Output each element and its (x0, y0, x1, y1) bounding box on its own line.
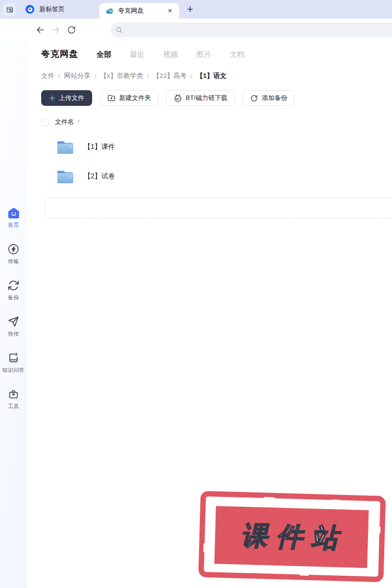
upload-dropzone[interactable] (45, 197, 392, 219)
breadcrumb-separator: / (191, 73, 193, 80)
breadcrumb-separator: / (147, 73, 149, 80)
add-backup-button[interactable]: 添加备份 (243, 90, 294, 106)
screen: 新标签页 夸克网盘 (0, 0, 392, 588)
browser-tab-newtab[interactable]: 新标签页 (18, 0, 73, 19)
file-name: 【2】试卷 (84, 172, 115, 181)
newtab-favicon (25, 5, 34, 14)
sidebar-item-label: 备份 (8, 294, 19, 301)
plus-icon (49, 95, 55, 101)
breadcrumb-current: 【1】语文 (196, 72, 227, 80)
filter-tabs: 全部 最近 视频 图片 文档 (97, 50, 245, 59)
breadcrumb-item[interactable]: 【x】非教学类 (100, 72, 144, 80)
sidebar-item-label: 快传 (8, 330, 19, 338)
knowledge-qa-icon (7, 352, 20, 364)
table-row[interactable]: 【1】课件 (41, 132, 392, 162)
sidebar: 首页 传输 备份 (0, 41, 27, 588)
browser-tab-bar: 新标签页 夸克网盘 (0, 0, 392, 19)
sidebar-item-backup[interactable]: 备份 (0, 279, 27, 302)
sidebar-item-label: 工具 (8, 403, 19, 410)
transfer-icon (7, 243, 20, 255)
header-row: 夸克网盘 全部 最近 视频 图片 文档 (41, 48, 392, 60)
toolbox-icon (7, 388, 20, 400)
forward-icon[interactable] (50, 24, 62, 36)
tab-recent[interactable]: 最近 (130, 50, 145, 59)
folder-icon (56, 169, 74, 184)
browser-toolbar (0, 19, 392, 41)
tab-video[interactable]: 视频 (163, 50, 178, 59)
new-folder-icon (107, 94, 116, 102)
select-all-checkbox[interactable] (41, 119, 49, 126)
breadcrumb-item[interactable]: 【22】高考 (153, 72, 187, 80)
tab-search-button[interactable] (3, 3, 16, 16)
sidebar-item-transfer[interactable]: 传输 (0, 243, 27, 266)
file-list-header: 文件名 (41, 118, 392, 126)
sidebar-item-quick-send[interactable]: 快传 (0, 316, 27, 338)
bt-icon: BT (173, 94, 182, 102)
sidebar-item-tools[interactable]: 工具 (0, 388, 27, 411)
new-tab-button[interactable]: + (182, 1, 198, 17)
tab-search-icon (6, 6, 14, 14)
sidebar-item-knowledge-qa[interactable]: 知识问答 (0, 352, 27, 374)
reload-icon[interactable] (66, 24, 77, 36)
table-row[interactable]: 【2】试卷 (41, 162, 392, 191)
tab-document[interactable]: 文档 (230, 50, 245, 59)
breadcrumb: 文件 / 网站分享 / 【x】非教学类 / 【22】高考 / 【1】语文 (41, 72, 392, 80)
action-buttons: 上传文件 新建文件夹 BT (41, 90, 392, 106)
file-list: 【1】课件 【2】试卷 (41, 132, 392, 191)
main-content: 夸克网盘 全部 最近 视频 图片 文档 文件 / 网站分享 / 【x】非教学类 … (27, 41, 392, 588)
page-title: 夸克网盘 (41, 48, 78, 60)
breadcrumb-separator: / (95, 73, 97, 80)
quark-cloud-favicon (105, 7, 114, 15)
address-bar[interactable] (110, 23, 392, 37)
sidebar-item-label: 传输 (8, 258, 19, 265)
tab-image[interactable]: 图片 (196, 50, 211, 59)
sidebar-item-label: 首页 (8, 221, 19, 229)
breadcrumb-item[interactable]: 网站分享 (64, 72, 91, 80)
folder-icon (56, 140, 74, 155)
backup-refresh-icon (250, 94, 258, 102)
tab-close-icon[interactable]: ✕ (167, 7, 173, 15)
search-icon (115, 26, 123, 34)
new-folder-button[interactable]: 新建文件夹 (100, 90, 158, 106)
sidebar-item-label: 知识问答 (2, 367, 25, 374)
tab-label: 新标签页 (39, 5, 65, 14)
sort-icon[interactable] (76, 119, 81, 125)
tab-all[interactable]: 全部 (97, 50, 111, 59)
backup-icon (7, 279, 20, 292)
tab-label: 夸克网盘 (118, 6, 163, 15)
bt-magnet-download-button[interactable]: BT BT/磁力链下载 (166, 90, 235, 106)
home-icon (7, 207, 20, 219)
column-filename: 文件名 (55, 118, 74, 126)
file-name: 【1】课件 (84, 143, 115, 151)
breadcrumb-item[interactable]: 文件 (41, 72, 54, 80)
sidebar-item-home[interactable]: 首页 (0, 207, 27, 229)
browser-tab-quark[interactable]: 夸克网盘 ✕ (99, 3, 179, 19)
upload-file-button[interactable]: 上传文件 (41, 90, 92, 106)
back-icon[interactable] (34, 24, 46, 36)
sidebar-nav: 首页 传输 备份 (0, 41, 27, 424)
breadcrumb-separator: / (58, 73, 60, 80)
svg-text:BT: BT (176, 98, 180, 100)
paper-plane-icon (7, 316, 20, 328)
